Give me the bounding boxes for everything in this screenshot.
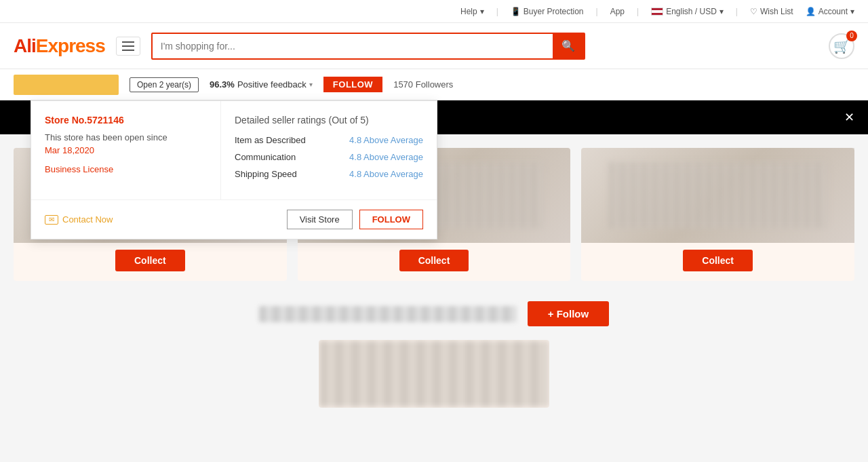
wish-list-nav[interactable]: ♡ Wish List: [750, 7, 793, 16]
ratings-title: Detailed seller ratings (Out of 5): [235, 115, 423, 126]
account-chevron: ▾: [850, 7, 854, 16]
store-open-date: Mar 18,2020: [45, 145, 207, 155]
search-button[interactable]: 🔍: [553, 34, 584, 58]
rating-row-3: Shipping Speed 4.8 Above Average: [235, 169, 423, 179]
rating-row-1: Item as Described 4.8 Above Average: [235, 135, 423, 145]
flag-icon: [651, 7, 663, 16]
app-label: App: [610, 7, 625, 16]
popup-left: Store No.5721146 This store has been ope…: [31, 101, 221, 199]
help-label: Help: [460, 7, 477, 16]
feedback-percent: 96.3%: [210, 79, 235, 90]
product-card-3: Collect: [581, 148, 854, 281]
divider-2: |: [596, 7, 598, 16]
feedback-badge[interactable]: 96.3% Positive feedback ▾: [210, 79, 313, 90]
language-chevron: ▾: [719, 7, 724, 16]
follow-button-bar[interactable]: FOLLOW: [323, 77, 382, 92]
rating-row-2: Communication 4.8 Above Average: [235, 152, 423, 162]
feedback-label: Positive feedback: [237, 79, 307, 90]
mail-icon: ✉: [45, 215, 58, 225]
rating-value-2: 4.8 Above Average: [349, 152, 423, 162]
header: AliExpress 🔍 🛒 0: [0, 23, 868, 69]
rating-label-2: Communication: [235, 152, 330, 162]
bottom-product-card: [319, 340, 549, 408]
menu-line-3: [122, 50, 134, 51]
visit-store-button[interactable]: Visit Store: [287, 210, 353, 229]
feedback-chevron-icon: ▾: [309, 81, 313, 88]
follow-row: + Follow: [14, 301, 854, 326]
store-banner: [14, 75, 119, 95]
rating-value-3: 4.8 Above Average: [349, 169, 423, 179]
account-label: Account: [818, 7, 848, 16]
heart-icon: ♡: [750, 7, 757, 16]
contact-now[interactable]: ✉ Contact Now: [45, 214, 113, 225]
open-badge: Open 2 year(s): [130, 77, 199, 92]
menu-line-1: [122, 41, 134, 43]
account-nav[interactable]: 👤 Account ▾: [806, 7, 854, 16]
wish-list-label: Wish List: [760, 7, 793, 16]
followers-count: 1570 Followers: [393, 79, 453, 90]
menu-button[interactable]: [116, 37, 140, 56]
help-nav[interactable]: Help ▾: [460, 7, 484, 16]
cart-badge: 0: [846, 31, 857, 41]
buyer-protection-nav[interactable]: 📱 Buyer Protection: [511, 7, 584, 16]
collect-button-3[interactable]: Collect: [683, 250, 753, 271]
bottom-blurred-image: [319, 340, 549, 408]
app-nav[interactable]: App: [610, 7, 625, 16]
menu-line-2: [122, 45, 134, 47]
seller-ratings-popup: Store No.5721146 This store has been ope…: [31, 100, 437, 239]
store-number: Store No.5721146: [45, 115, 207, 126]
store-bar: Open 2 year(s) 96.3% Positive feedback ▾…: [0, 69, 868, 100]
buyer-protection-label: Buyer Protection: [524, 7, 584, 16]
mobile-icon: 📱: [511, 7, 521, 16]
search-bar: 🔍: [151, 33, 585, 60]
divider-1: |: [496, 7, 498, 16]
follow-big-button[interactable]: + Follow: [528, 301, 609, 326]
store-open-text: This store has been open since: [45, 132, 207, 142]
ratings-subtitle: (Out of 5): [329, 115, 369, 126]
follow-button-popup[interactable]: FOLLOW: [359, 210, 423, 229]
language-label: English / USD: [666, 7, 717, 16]
rating-label-3: Shipping Speed: [235, 169, 330, 179]
close-banner-button[interactable]: ✕: [844, 110, 854, 125]
ratings-title-text: Detailed seller ratings: [235, 115, 326, 126]
top-nav: Help ▾ | 📱 Buyer Protection | App | Engl…: [0, 0, 868, 23]
language-nav[interactable]: English / USD ▾: [651, 7, 724, 16]
logo: AliExpress: [14, 35, 105, 57]
help-chevron: ▾: [480, 7, 484, 16]
divider-4: |: [736, 7, 738, 16]
popup-footer: ✉ Contact Now Visit Store FOLLOW: [31, 199, 437, 239]
account-icon: 👤: [806, 7, 816, 16]
cart-icon[interactable]: 🛒 0: [829, 33, 854, 59]
popup-top: Store No.5721146 This store has been ope…: [31, 101, 437, 199]
contact-now-label: Contact Now: [62, 214, 113, 225]
blurred-text-bar: [259, 306, 517, 322]
popup-right: Detailed seller ratings (Out of 5) Item …: [221, 101, 437, 199]
popup-footer-buttons: Visit Store FOLLOW: [287, 210, 423, 229]
blurred-image-3: [609, 162, 827, 229]
collect-button-1[interactable]: Collect: [115, 250, 185, 271]
rating-value-1: 4.8 Above Average: [349, 135, 423, 145]
divider-3: |: [637, 7, 639, 16]
rating-label-1: Item as Described: [235, 135, 330, 145]
collect-button-2[interactable]: Collect: [399, 250, 469, 271]
product-image-3: [581, 148, 854, 243]
search-input[interactable]: [153, 34, 553, 58]
business-license-link[interactable]: Business License: [45, 164, 113, 174]
